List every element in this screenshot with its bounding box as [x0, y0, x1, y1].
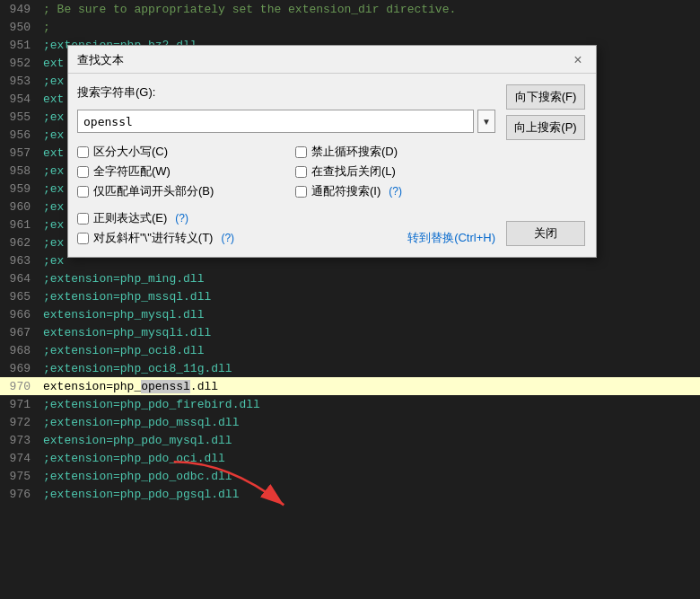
checkbox-close-after-input[interactable]: [295, 166, 307, 178]
close-dialog-button[interactable]: 关闭: [506, 221, 585, 246]
code-line-966: 966 extension=php_mysql.dll: [0, 305, 700, 323]
checkbox-word-start-input[interactable]: [77, 186, 89, 198]
checkbox-close-after: 在查找后关闭(L): [295, 163, 495, 180]
dialog-right-panel: 向下搜索(F) 向上搜索(P) 关闭: [506, 84, 587, 246]
code-line-950: 950 ;: [0, 18, 700, 36]
dialog-close-button[interactable]: ×: [569, 51, 587, 69]
backslash-label: 对反斜杆"\"进行转义(T): [93, 230, 213, 246]
backslash-replace-row: 对反斜杆"\"进行转义(T) (?) 转到替换(Ctrl+H): [77, 230, 495, 246]
backslash-help-link[interactable]: (?): [221, 232, 234, 244]
search-input-row: ▼: [77, 110, 495, 133]
arrow-indicator: [166, 452, 323, 519]
code-line-971: 971 ;extension=php_pdo_firebird.dll: [0, 395, 700, 413]
checkbox-whole-word-input[interactable]: [77, 166, 89, 178]
code-line-972: 972 ;extension=php_pdo_mssql.dll: [0, 413, 700, 431]
checkbox-case-sensitive: 区分大小写(C): [77, 144, 277, 160]
regex-row: 正则表达式(E) (?): [77, 210, 495, 226]
dialog-body: 搜索字符串(G): ▼ 区分大小写(C) 禁止循环搜索(D): [68, 74, 596, 257]
code-line-964: 964 ;extension=php_ming.dll: [0, 269, 700, 287]
code-line-976: 976 ;extension=php_pdo_pgsql.dll: [0, 485, 700, 503]
search-dropdown-arrow[interactable]: ▼: [477, 110, 495, 133]
backslash-row: 对反斜杆"\"进行转义(T) (?): [77, 230, 234, 246]
code-line-965: 965 ;extension=php_mssql.dll: [0, 287, 700, 305]
backslash-checkbox[interactable]: [77, 233, 89, 244]
search-down-button[interactable]: 向下搜索(F): [506, 84, 585, 110]
checkbox-word-start-label: 仅匹配单词开头部分(B): [93, 183, 214, 199]
wildcard-help-link[interactable]: (?): [389, 185, 402, 198]
dialog-title: 查找文本: [77, 52, 124, 68]
dialog-left-panel: 搜索字符串(G): ▼ 区分大小写(C) 禁止循环搜索(D): [77, 84, 495, 246]
search-input[interactable]: [77, 110, 474, 133]
code-line-967: 967 extension=php_mysqli.dll: [0, 323, 700, 341]
code-editor: 949 ; Be sure to appropriately set the e…: [0, 0, 700, 599]
regex-help-link[interactable]: (?): [175, 212, 188, 225]
code-line-969: 969 ;extension=php_oci8_11g.dll: [0, 359, 700, 377]
search-label: 搜索字符串(G):: [77, 84, 495, 101]
code-line-970: 970 extension=php_openssl.dll: [0, 377, 700, 395]
search-up-button[interactable]: 向上搜索(P): [506, 115, 585, 140]
regex-checkbox[interactable]: [77, 213, 89, 225]
code-line-949: 949 ; Be sure to appropriately set the e…: [0, 0, 700, 18]
checkbox-word-start: 仅匹配单词开头部分(B): [77, 183, 277, 199]
regex-label: 正则表达式(E): [93, 210, 167, 226]
checkbox-no-wrap: 禁止循环搜索(D): [295, 144, 495, 160]
bottom-options: 正则表达式(E) (?) 对反斜杆"\"进行转义(T) (?) 转到替换(Ctr…: [77, 210, 495, 246]
code-line-975: 975 ;extension=php_pdo_odbc.dll: [0, 467, 700, 485]
code-line-974: 974 ;extension=php_pdo_oci.dll: [0, 449, 700, 467]
checkbox-whole-word: 全字符匹配(W): [77, 163, 277, 180]
checkbox-whole-word-label: 全字符匹配(W): [93, 163, 171, 180]
checkbox-wildcard-input[interactable]: [295, 186, 307, 198]
checkbox-no-wrap-input[interactable]: [295, 146, 307, 158]
checkbox-no-wrap-label: 禁止循环搜索(D): [311, 144, 398, 160]
checkbox-case-sensitive-input[interactable]: [77, 146, 89, 158]
checkbox-case-sensitive-label: 区分大小写(C): [93, 144, 168, 160]
code-line-968: 968 ;extension=php_oci8.dll: [0, 341, 700, 359]
checkbox-wildcard: 通配符搜索(I) (?): [295, 183, 495, 199]
goto-replace-link[interactable]: 转到替换(Ctrl+H): [407, 230, 495, 246]
find-dialog: 查找文本 × 搜索字符串(G): ▼ 区分大小写(C): [67, 45, 597, 258]
checkbox-wildcard-label: 通配符搜索(I): [311, 183, 381, 199]
checkboxes-grid: 区分大小写(C) 禁止循环搜索(D) 全字符匹配(W) 在查找后关闭(L): [77, 144, 495, 199]
code-line-973: 973 extension=php_pdo_mysql.dll: [0, 431, 700, 449]
dialog-titlebar: 查找文本 ×: [68, 46, 596, 74]
checkbox-close-after-label: 在查找后关闭(L): [311, 163, 396, 180]
